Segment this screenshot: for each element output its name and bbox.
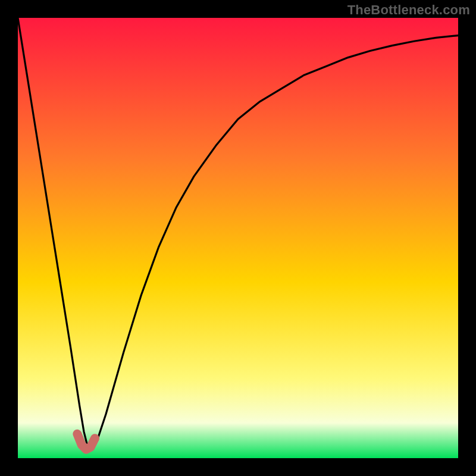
watermark-text: TheBottleneck.com: [347, 2, 470, 18]
bottleneck-curve-path: [18, 18, 458, 449]
chart-frame: TheBottleneck.com: [0, 0, 476, 476]
bottleneck-curve-svg: [18, 18, 458, 458]
plot-area: [18, 18, 458, 458]
